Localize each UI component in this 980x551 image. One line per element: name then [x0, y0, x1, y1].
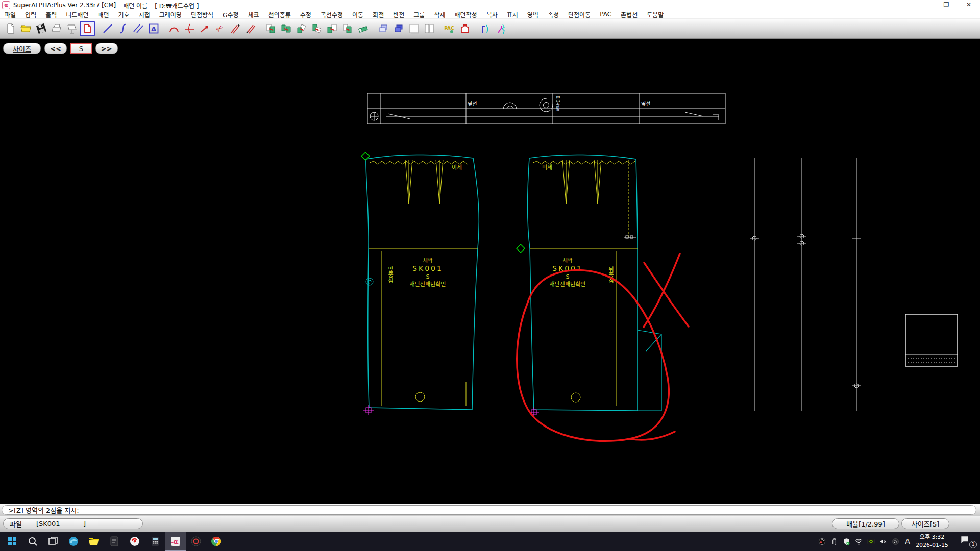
- menu-item-삭제[interactable]: 삭제: [429, 10, 450, 19]
- svg-text:PAC: PAC: [444, 26, 454, 31]
- menu-item-파일[interactable]: 파일: [0, 10, 20, 19]
- menu-item-회전[interactable]: 회전: [368, 10, 388, 19]
- menu-item-수정[interactable]: 수정: [296, 10, 316, 19]
- sheet-icon[interactable]: [406, 21, 422, 36]
- file-pill[interactable]: 파일 [SK001 ]: [3, 518, 143, 529]
- menu-item-단점이동[interactable]: 단점이동: [564, 10, 595, 19]
- taskbar-media-icon[interactable]: [186, 532, 206, 551]
- command-prompt[interactable]: >[Z] 영역의 2점을 지시:: [2, 505, 976, 515]
- menu-item-영역[interactable]: 영역: [523, 10, 543, 19]
- save-floppy-icon[interactable]: [34, 21, 49, 36]
- menu-item-출력[interactable]: 출력: [41, 10, 61, 19]
- taskbar: α A 오후 3:32 2026-01-15 1: [0, 532, 980, 551]
- split-view-icon[interactable]: [422, 21, 437, 36]
- tray-shield-icon[interactable]: [840, 532, 852, 551]
- front-note-label: 재단전패턴확인: [410, 281, 446, 288]
- back-drill-hole: [571, 393, 580, 402]
- menu-item-도움말[interactable]: 도움말: [642, 10, 668, 19]
- menu-item-그룹[interactable]: 그룹: [409, 10, 429, 19]
- menu-item-촌법선[interactable]: 촌법선: [616, 10, 642, 19]
- front-centerline-label: 앞중심: [387, 266, 394, 283]
- flip-piece-icon[interactable]: [294, 21, 309, 36]
- window-title: SuperALPHA:Plus Ver 2.33r7 [CM]: [13, 2, 116, 9]
- title-bar: α SuperALPHA:Plus Ver 2.33r7 [CM] 패턴 이름 …: [0, 0, 980, 10]
- tray-wifi-icon[interactable]: [852, 532, 865, 551]
- notification-center-button[interactable]: 1: [960, 534, 977, 548]
- close-button[interactable]: ✕: [958, 0, 980, 10]
- line-tool-icon[interactable]: [100, 21, 115, 36]
- hatch-tool-icon[interactable]: [228, 21, 243, 36]
- tray-volume-mute-icon[interactable]: [877, 532, 889, 551]
- front-origin-marker: [363, 405, 374, 415]
- taskbar-edge-icon[interactable]: [63, 532, 84, 551]
- menu-item-체크[interactable]: 체크: [243, 10, 263, 19]
- menu-item-시접[interactable]: 시접: [134, 10, 155, 19]
- new-file-icon[interactable]: [3, 21, 18, 36]
- drawing-canvas[interactable]: 옆선 옆선 0.3줄임 이세 새싹 SK001 S 재단전패턴확인 앞중심: [0, 39, 980, 504]
- taskbar-explorer-icon[interactable]: [84, 532, 104, 551]
- menu-item-패턴[interactable]: 패턴: [93, 10, 113, 19]
- copy-piece-icon[interactable]: [279, 21, 294, 36]
- menu-item-곡선수정[interactable]: 곡선수정: [316, 10, 348, 19]
- svg-text:✂: ✂: [214, 22, 225, 34]
- taskbar-calculator-icon[interactable]: [145, 532, 165, 551]
- taskbar-search-icon[interactable]: [22, 532, 43, 551]
- pattern-sheet-icon[interactable]: [80, 21, 95, 36]
- taskbar-notepad-icon[interactable]: [104, 532, 125, 551]
- digitizer-icon[interactable]: [64, 21, 80, 36]
- menu-item-PAC[interactable]: PAC: [595, 11, 616, 18]
- menu-item-선의종류[interactable]: 선의종류: [264, 10, 296, 19]
- taskbar-start-icon[interactable]: [2, 532, 22, 551]
- scale-pill[interactable]: 배율[1/2.99]: [832, 518, 899, 529]
- tray-obs-icon[interactable]: [816, 532, 828, 551]
- tray-usb-icon[interactable]: [828, 532, 840, 551]
- menu-item-속성[interactable]: 속성: [543, 10, 564, 19]
- taskbar-clock[interactable]: 오후 3:32 2026-01-15: [913, 533, 951, 549]
- layer-dark-icon[interactable]: [391, 21, 406, 36]
- menu-item-입력[interactable]: 입력: [20, 10, 41, 19]
- taskbar-task-view-icon[interactable]: [43, 532, 63, 551]
- maximize-button[interactable]: ❐: [935, 0, 958, 10]
- path-magenta-icon[interactable]: [493, 21, 508, 36]
- pac-icon[interactable]: PAC: [442, 21, 457, 36]
- layer-light-icon[interactable]: [376, 21, 391, 36]
- svg-text:A: A: [151, 25, 156, 33]
- curve-tool-icon[interactable]: [115, 21, 131, 36]
- tray-dish-icon[interactable]: [889, 532, 901, 551]
- scissors-tool-icon[interactable]: ✂: [212, 21, 228, 36]
- menu-item-그레이딩[interactable]: 그레이딩: [155, 10, 186, 19]
- menu-item-기호[interactable]: 기호: [114, 10, 134, 19]
- open-folder-icon[interactable]: [18, 21, 34, 36]
- eraser-icon[interactable]: [355, 21, 371, 36]
- parallel-line-tool-icon[interactable]: [131, 21, 146, 36]
- menu-item-니트패턴[interactable]: 니트패턴: [61, 10, 93, 19]
- move-piece-icon[interactable]: [263, 21, 279, 36]
- menu-item-복사[interactable]: 복사: [482, 10, 502, 19]
- menu-item-이동[interactable]: 이동: [348, 10, 368, 19]
- join-piece-icon[interactable]: [340, 21, 355, 36]
- taskbar-capture-icon[interactable]: [125, 532, 145, 551]
- tray-nvidia-icon[interactable]: [865, 532, 877, 551]
- menu-item-단점방식[interactable]: 단점방식: [186, 10, 218, 19]
- document-name: 패턴 이름: [123, 1, 148, 10]
- back-start-point-diamond: [517, 244, 525, 253]
- menu-item-반전[interactable]: 반전: [388, 10, 409, 19]
- minimize-button[interactable]: –: [913, 0, 935, 10]
- menu-item-G수정[interactable]: G수정: [218, 10, 243, 19]
- hatch2-tool-icon[interactable]: [243, 21, 258, 36]
- ime-indicator[interactable]: A: [901, 532, 914, 551]
- taskbar-chrome-icon[interactable]: [206, 532, 227, 551]
- seam-bag-icon[interactable]: [457, 21, 473, 36]
- unfold-piece-icon[interactable]: [325, 21, 340, 36]
- cross-point-tool-icon[interactable]: [182, 21, 197, 36]
- menu-item-패턴작성[interactable]: 패턴작성: [450, 10, 481, 19]
- size-pill[interactable]: 사이즈[S]: [901, 518, 949, 529]
- taskbar-superalpha-icon[interactable]: α: [165, 532, 186, 551]
- arrow-tool-icon[interactable]: [197, 21, 212, 36]
- rotate-piece-icon[interactable]: [309, 21, 325, 36]
- path-blue-icon[interactable]: [478, 21, 493, 36]
- plotter-icon[interactable]: [49, 21, 64, 36]
- arc-tool-icon[interactable]: [166, 21, 182, 36]
- menu-item-표시[interactable]: 표시: [502, 10, 523, 19]
- text-tool-icon[interactable]: A: [146, 21, 161, 36]
